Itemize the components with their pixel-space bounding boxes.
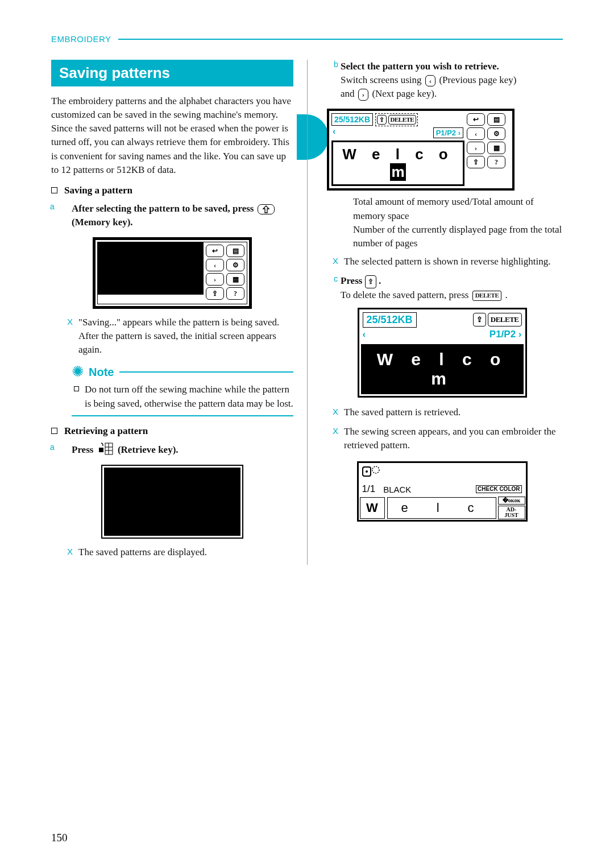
- header-rule: [118, 39, 563, 40]
- prev-page-key-icon: ‹: [425, 75, 435, 86]
- delete-key-icon: DELETE: [472, 291, 502, 301]
- result-c2: X The sewing screen appears, and you can…: [321, 425, 563, 452]
- step-b-title: Select the pattern you wish to retrieve.: [341, 60, 563, 73]
- result-marker-icon: X: [333, 406, 338, 419]
- saving-step-a-text: After selecting the pattern to be saved,…: [72, 203, 254, 214]
- prev-indicator: ‹: [333, 126, 335, 138]
- legend-1: Total amount of memory used/Total amount…: [353, 195, 563, 222]
- lcd-dark-area: [98, 242, 204, 295]
- result-c1-text: The saved pattern is retrieved.: [344, 406, 460, 419]
- step-b-line2b: (Next page key).: [372, 88, 437, 99]
- svg-rect-4: [99, 448, 103, 452]
- page-button[interactable]: ▦: [226, 273, 244, 286]
- check-color-button[interactable]: CHECK COLOR: [476, 485, 521, 493]
- step-c-title: Press ⇪ .: [341, 274, 563, 288]
- memory-icon-button[interactable]: ⇪: [473, 313, 486, 326]
- lcd-button-column: ↩▤ ‹⚙ ›▦ ⇪?: [467, 113, 510, 186]
- lcd-screen-retrieve: [101, 465, 243, 539]
- intro-paragraph: The embroidery patterns and the alphabet…: [51, 94, 293, 177]
- memory-usage-readout: 25/512KB: [331, 113, 373, 126]
- pattern-text-row[interactable]: W e l c om: [331, 140, 464, 186]
- retrieving-heading-text: Retrieving a pattern: [64, 425, 148, 437]
- section-header: EMBROIDERY: [51, 34, 563, 44]
- saving-heading-text: Saving a pattern: [64, 185, 132, 196]
- retrieve-result-text: The saved patterns are displayed.: [78, 545, 207, 559]
- next-page-key-icon: ›: [358, 89, 368, 100]
- step-marker-a: a: [50, 202, 55, 211]
- step-marker-b: b: [334, 60, 338, 69]
- retrieve-step-a-keylabel: (Retrieve key).: [118, 444, 179, 455]
- svg-point-6: [366, 470, 368, 473]
- result-b-text: The selected pattern is shown in reverse…: [344, 255, 551, 268]
- note-body-text: Do not turn off the sewing machine while…: [85, 383, 293, 410]
- panel-button[interactable]: ▤: [226, 245, 244, 257]
- pattern-text-row-selected[interactable]: W e l c o m: [361, 344, 524, 394]
- step-c-post: .: [379, 275, 381, 286]
- foot-icon: [362, 465, 381, 480]
- result-c1: X The saved pattern is retrieved.: [321, 406, 563, 419]
- gear-button[interactable]: ⚙: [226, 259, 244, 271]
- svg-point-7: [372, 466, 379, 473]
- delete-group: ⇪ DELETE: [375, 113, 418, 126]
- help-button[interactable]: ?: [487, 156, 505, 168]
- page-button[interactable]: ▦: [487, 142, 505, 154]
- prev-button[interactable]: ‹: [467, 127, 485, 140]
- page-indicator: P1/P2 ›: [433, 127, 463, 138]
- next-button[interactable]: ›: [467, 142, 485, 154]
- next-button[interactable]: ›: [206, 273, 224, 286]
- saving-heading: Saving a pattern: [51, 185, 293, 196]
- step-b-line2: and › (Next page key).: [341, 87, 563, 101]
- lcd-screen-pattern-list: 25/512KB ⇪ DELETE ‹ P1/P2 › W: [327, 109, 515, 191]
- adjust-button[interactable]: AD-JUST: [498, 506, 525, 519]
- page-title: Saving patterns: [51, 60, 293, 86]
- retrieve-key-icon: [98, 443, 113, 459]
- burst-icon: ✺: [72, 365, 84, 379]
- pattern-text-plain: W e l c o: [342, 146, 453, 163]
- square-bullet-icon: [74, 386, 79, 391]
- panel-button[interactable]: ▤: [487, 113, 505, 126]
- prev-button[interactable]: ‹: [206, 259, 224, 271]
- step-b-line1b: (Previous page key): [439, 75, 516, 85]
- retrieving-heading: Retrieving a pattern: [51, 425, 293, 437]
- saving-step-a: After selecting the pattern to be saved,…: [72, 202, 293, 229]
- memory-usage-readout: 25/512KB: [363, 312, 417, 328]
- memory-key-icon: [258, 204, 275, 214]
- saving-step-a-keylabel: (Memory key).: [72, 217, 133, 228]
- square-bullet-icon: [51, 187, 57, 193]
- step-b-line2a: and: [341, 88, 355, 99]
- letter-cell-0[interactable]: W: [360, 497, 385, 519]
- back-button[interactable]: ↩: [467, 113, 485, 126]
- stitch-count: 1/1: [362, 483, 376, 495]
- note-label: Note: [89, 366, 114, 379]
- letter-cells-rest[interactable]: e l c: [387, 497, 496, 519]
- retrieve-step-a-pre: Press: [72, 444, 93, 455]
- legend-block: Total amount of memory used/Total amount…: [353, 195, 563, 250]
- gear-button[interactable]: ⚙: [487, 127, 505, 140]
- result-c2-text: The sewing screen appears, and you can e…: [344, 425, 563, 452]
- lcd-screen-selected-pattern: 25/512KB ⇪ DELETE ‹ P1/P2 › W e l c o m: [358, 308, 527, 398]
- result-marker-icon: X: [333, 255, 338, 268]
- memory-icon-button[interactable]: ⇪: [377, 115, 387, 125]
- legend-2: Number of the currently displayed page f…: [353, 223, 563, 250]
- note-box: ✺ Note Do not turn off the sewing machin…: [72, 365, 293, 416]
- step-c-line: To delete the saved pattern, press DELET…: [341, 288, 563, 302]
- memory-button[interactable]: ⇪: [467, 156, 485, 168]
- step-c-line-text: To delete the saved pattern, press: [341, 290, 468, 300]
- result-b: X The selected pattern is shown in rever…: [321, 255, 563, 268]
- help-button[interactable]: ?: [226, 287, 244, 300]
- step-marker-c: c: [334, 274, 338, 283]
- memory-button[interactable]: ⇪: [206, 287, 224, 300]
- lcd-screen-saving: ↩ ▤ ‹ ⚙ › ▦ ⇪ ?: [93, 237, 252, 309]
- delete-button[interactable]: DELETE: [388, 115, 417, 125]
- letter-1: e: [401, 501, 416, 515]
- memory-key-icon: ⇪: [365, 275, 376, 288]
- page-indicator: P1/P2 ›: [489, 329, 522, 340]
- retrieve-step-a: Press (Retrieve key).: [72, 443, 293, 459]
- delete-button[interactable]: DELETE: [488, 313, 522, 326]
- lcd-dark-area: [104, 468, 240, 536]
- square-bullet-icon: [51, 428, 57, 434]
- retrieve-result: X The saved patterns are displayed.: [51, 545, 293, 559]
- zoom-button[interactable]: �окок: [498, 497, 525, 505]
- back-button[interactable]: ↩: [206, 245, 224, 257]
- prev-indicator[interactable]: ‹: [363, 329, 366, 340]
